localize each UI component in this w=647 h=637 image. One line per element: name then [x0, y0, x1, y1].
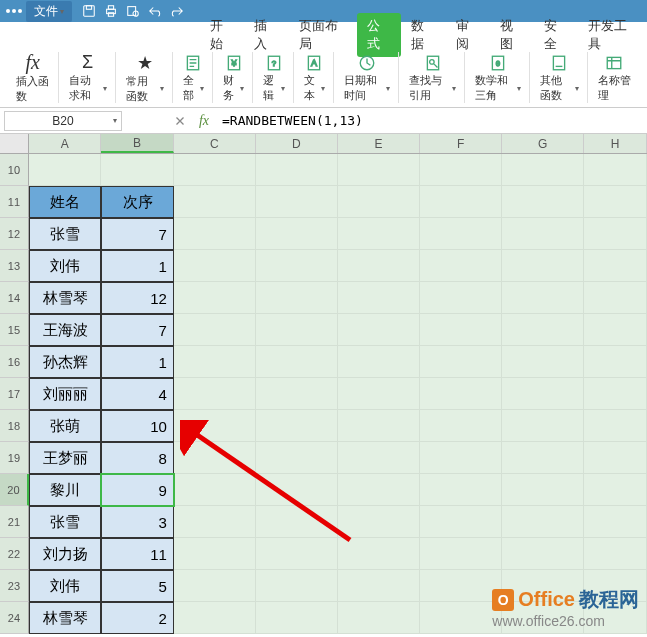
cell[interactable]: [174, 442, 256, 474]
cell[interactable]: [584, 218, 647, 250]
row-header[interactable]: 21: [0, 506, 29, 538]
cell[interactable]: [256, 538, 338, 570]
row-header[interactable]: 24: [0, 602, 29, 634]
cell[interactable]: [256, 378, 338, 410]
print-preview-icon[interactable]: [126, 4, 140, 18]
tab-security[interactable]: 安全: [534, 13, 578, 57]
cell[interactable]: [420, 474, 502, 506]
fx-button[interactable]: fx: [194, 111, 214, 131]
finance-button[interactable]: ¥ 财务▾: [215, 52, 253, 103]
cell[interactable]: [101, 154, 173, 186]
cell[interactable]: 王梦丽: [29, 442, 102, 474]
cell[interactable]: [420, 538, 502, 570]
autosum-button[interactable]: Σ 自动求和▾: [61, 52, 116, 103]
cell[interactable]: 林雪琴: [29, 602, 102, 634]
save-icon[interactable]: [82, 4, 96, 18]
cell-reference-box[interactable]: B20 ▾: [4, 111, 122, 131]
cell[interactable]: [420, 506, 502, 538]
lookup-button[interactable]: 查找与引用▾: [401, 52, 464, 103]
cell[interactable]: 次序: [101, 186, 174, 218]
cell[interactable]: [174, 282, 256, 314]
cell[interactable]: [420, 410, 502, 442]
cell[interactable]: [584, 250, 647, 282]
row-header[interactable]: 20: [0, 474, 29, 506]
cell[interactable]: [256, 346, 338, 378]
cell[interactable]: [502, 410, 584, 442]
row-header[interactable]: 14: [0, 282, 29, 314]
cell[interactable]: [584, 410, 647, 442]
all-functions-button[interactable]: 全部▾: [175, 52, 213, 103]
tab-formula[interactable]: 公式: [357, 13, 401, 57]
file-menu[interactable]: 文件▾: [26, 1, 72, 22]
cell[interactable]: [502, 506, 584, 538]
tab-start[interactable]: 开始: [200, 13, 244, 57]
cell[interactable]: [338, 506, 420, 538]
cell[interactable]: [584, 314, 647, 346]
text-button[interactable]: A 文本▾: [296, 52, 334, 103]
cell[interactable]: [502, 250, 584, 282]
cell[interactable]: [338, 538, 420, 570]
cell[interactable]: [174, 346, 256, 378]
cell[interactable]: 黎川: [29, 474, 102, 506]
cell[interactable]: [584, 442, 647, 474]
cell[interactable]: [256, 250, 338, 282]
cell[interactable]: [584, 346, 647, 378]
cell[interactable]: [174, 602, 256, 634]
cell[interactable]: [420, 218, 502, 250]
cell[interactable]: [256, 570, 338, 602]
tab-dev[interactable]: 开发工具: [578, 13, 647, 57]
cell[interactable]: [174, 538, 256, 570]
cell[interactable]: [502, 282, 584, 314]
other-button[interactable]: 其他函数▾: [532, 52, 587, 103]
formula-input[interactable]: [218, 111, 395, 131]
cell[interactable]: [338, 474, 420, 506]
cell[interactable]: [338, 186, 420, 218]
cell[interactable]: 10: [101, 410, 174, 442]
cell[interactable]: 12: [101, 282, 174, 314]
cell[interactable]: [584, 474, 647, 506]
row-header[interactable]: 15: [0, 314, 29, 346]
math-button[interactable]: θ 数学和三角▾: [467, 52, 530, 103]
grid-body[interactable]: 1011姓名次序12张雪713刘伟114林雪琴1215王海波716孙杰辉117刘…: [0, 154, 647, 634]
col-header-G[interactable]: G: [502, 134, 584, 153]
cell[interactable]: [256, 506, 338, 538]
cell[interactable]: [502, 314, 584, 346]
cell[interactable]: [174, 186, 256, 218]
cell[interactable]: [338, 602, 420, 634]
row-header[interactable]: 12: [0, 218, 29, 250]
cell[interactable]: [174, 506, 256, 538]
cell[interactable]: 3: [101, 506, 174, 538]
cell[interactable]: [338, 218, 420, 250]
cell[interactable]: 2: [101, 602, 174, 634]
cell[interactable]: [256, 282, 338, 314]
cell[interactable]: [29, 154, 101, 186]
tab-insert[interactable]: 插入: [244, 13, 288, 57]
cell[interactable]: [502, 218, 584, 250]
cell[interactable]: [256, 474, 338, 506]
col-header-A[interactable]: A: [29, 134, 101, 153]
cell[interactable]: [584, 154, 647, 186]
cell[interactable]: 刘力扬: [29, 538, 102, 570]
cell[interactable]: [502, 186, 584, 218]
cell[interactable]: [502, 378, 584, 410]
col-header-E[interactable]: E: [338, 134, 420, 153]
cell[interactable]: [256, 314, 338, 346]
cell[interactable]: [420, 154, 502, 186]
row-header[interactable]: 18: [0, 410, 29, 442]
cell[interactable]: [174, 570, 256, 602]
cell[interactable]: [174, 410, 256, 442]
col-header-C[interactable]: C: [174, 134, 256, 153]
cell[interactable]: [420, 346, 502, 378]
cell[interactable]: [420, 314, 502, 346]
row-header[interactable]: 19: [0, 442, 29, 474]
cell[interactable]: 王海波: [29, 314, 102, 346]
row-header[interactable]: 11: [0, 186, 29, 218]
cell[interactable]: 7: [101, 218, 174, 250]
cell[interactable]: [420, 250, 502, 282]
row-header[interactable]: 16: [0, 346, 29, 378]
cell[interactable]: [338, 442, 420, 474]
tab-layout[interactable]: 页面布局: [289, 13, 358, 57]
cell[interactable]: [174, 218, 256, 250]
cell[interactable]: [584, 378, 647, 410]
cell[interactable]: 1: [101, 346, 174, 378]
